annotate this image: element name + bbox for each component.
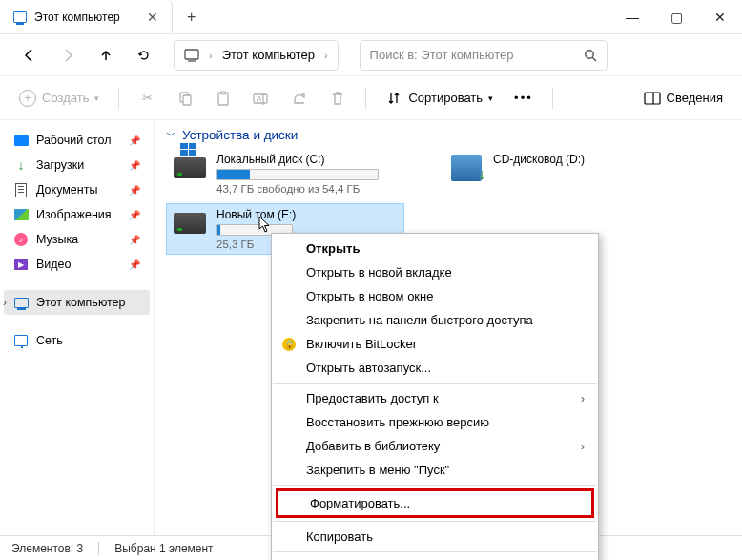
- delete-button[interactable]: [321, 84, 354, 113]
- clipboard-icon: [215, 90, 232, 107]
- svg-rect-11: [645, 93, 660, 104]
- svg-text:A: A: [257, 94, 262, 103]
- copy-button[interactable]: [169, 84, 201, 113]
- rename-button[interactable]: A: [245, 84, 278, 113]
- separator: [98, 542, 99, 555]
- document-icon: [15, 183, 27, 197]
- ctx-pin-start[interactable]: Закрепить в меню "Пуск": [272, 458, 598, 482]
- drive-local-c[interactable]: Локальный диск (C:) 43,7 ГБ свободно из …: [166, 148, 404, 199]
- scissors-icon: ✂: [138, 90, 155, 107]
- new-tab-button[interactable]: +: [173, 9, 211, 26]
- maximize-button[interactable]: ▢: [654, 0, 698, 34]
- trash-icon: [329, 90, 346, 107]
- video-icon: ▶: [14, 259, 28, 270]
- minimize-button[interactable]: —: [610, 0, 654, 34]
- forward-button[interactable]: [52, 40, 84, 71]
- sort-icon: [385, 90, 402, 107]
- separator: [365, 88, 366, 109]
- plus-circle-icon: +: [19, 90, 36, 107]
- details-button[interactable]: Сведения: [636, 84, 731, 113]
- sidebar-item-desktop[interactable]: Рабочий стол📌: [4, 128, 150, 153]
- up-button[interactable]: [90, 40, 122, 71]
- sidebar-item-documents[interactable]: Документы📌: [4, 177, 150, 202]
- group-header[interactable]: ﹀ Устройства и диски: [166, 128, 731, 142]
- pin-icon: 📌: [129, 259, 140, 270]
- tab-title: Этот компьютер: [34, 10, 120, 24]
- sidebar-item-downloads[interactable]: ↓Загрузки📌: [4, 153, 150, 177]
- sidebar-item-music[interactable]: ♪Музыка📌: [4, 227, 150, 252]
- monitor-icon: [184, 49, 199, 62]
- sidebar-item-pictures[interactable]: Изображения📌: [4, 202, 150, 227]
- ctx-autoplay[interactable]: Открыть автозапуск...: [272, 356, 598, 380]
- svg-point-2: [585, 50, 592, 57]
- music-icon: ♪: [14, 233, 28, 246]
- chevron-down-icon: ▾: [94, 93, 99, 103]
- separator: [118, 88, 119, 109]
- ctx-open-new-window[interactable]: Открыть в новом окне: [272, 284, 598, 308]
- paste-button[interactable]: [207, 84, 239, 113]
- cut-button[interactable]: ✂: [131, 84, 163, 113]
- ctx-copy[interactable]: Копировать: [272, 525, 598, 549]
- back-button[interactable]: [13, 40, 46, 71]
- separator: [552, 88, 553, 109]
- status-count: Элементов: 3: [11, 542, 83, 555]
- ctx-bitlocker[interactable]: 🔒Включить BitLocker: [272, 332, 598, 356]
- chevron-right-icon: ›: [581, 392, 585, 405]
- chevron-right-icon[interactable]: ›: [324, 50, 328, 61]
- ctx-share-access[interactable]: Предоставить доступ к›: [272, 386, 598, 410]
- separator: [273, 383, 597, 384]
- highlight-box: Форматировать...: [276, 488, 594, 518]
- separator: [273, 551, 597, 552]
- search-placeholder: Поиск в: Этот компьютер: [370, 48, 584, 62]
- ctx-restore-previous[interactable]: Восстановить прежнюю версию: [272, 410, 598, 434]
- pictures-icon: [14, 209, 29, 220]
- separator: [273, 485, 597, 486]
- ctx-create-shortcut[interactable]: Создать ярлык: [272, 555, 598, 560]
- path-segment[interactable]: Этот компьютер: [222, 48, 315, 62]
- chevron-down-icon: ▾: [488, 93, 493, 103]
- sidebar-item-network[interactable]: Сеть: [4, 328, 150, 353]
- svg-rect-5: [183, 95, 191, 105]
- drive-dvd-d[interactable]: CD-дисковод (D:): [443, 148, 633, 199]
- details-label: Сведения: [667, 91, 723, 105]
- create-label: Создать: [42, 91, 89, 105]
- drive-name: CD-дисковод (D:): [493, 153, 585, 166]
- ctx-add-library[interactable]: Добавить в библиотеку›: [272, 434, 598, 458]
- bitlocker-icon: 🔒: [282, 338, 296, 351]
- more-button[interactable]: •••: [506, 85, 541, 111]
- tab-this-pc[interactable]: Этот компьютер ✕: [0, 0, 173, 33]
- ctx-open[interactable]: Открыть: [272, 237, 598, 260]
- sidebar-item-this-pc[interactable]: Этот компьютер: [4, 290, 150, 315]
- download-icon: ↓: [13, 157, 29, 173]
- ctx-format[interactable]: Форматировать...: [278, 491, 591, 515]
- sidebar-item-videos[interactable]: ▶Видео📌: [4, 252, 150, 277]
- path-bar[interactable]: › Этот компьютер ›: [174, 40, 339, 71]
- search-input[interactable]: Поиск в: Этот компьютер: [360, 40, 608, 71]
- share-button[interactable]: [283, 84, 316, 113]
- copy-icon: [176, 90, 194, 107]
- sort-label: Сортировать: [408, 91, 483, 105]
- close-tab-icon[interactable]: ✕: [147, 10, 158, 25]
- hard-drive-icon: [173, 208, 207, 239]
- rename-icon: A: [253, 90, 270, 107]
- pin-icon: 📌: [129, 235, 140, 245]
- svg-rect-0: [185, 50, 198, 59]
- context-menu: Открыть Открыть в новой вкладке Открыть …: [271, 233, 599, 560]
- more-icon: •••: [514, 91, 533, 105]
- drive-stats: 43,7 ГБ свободно из 54,4 ГБ: [216, 183, 379, 195]
- share-icon: [291, 90, 308, 107]
- status-selection: Выбран 1 элемент: [114, 542, 213, 555]
- ctx-pin-quick-access[interactable]: Закрепить на панели быстрого доступа: [272, 308, 598, 332]
- navbar: › Этот компьютер › Поиск в: Этот компьют…: [0, 34, 742, 76]
- chevron-right-icon: ›: [581, 440, 585, 453]
- details-icon: [644, 90, 661, 107]
- create-button[interactable]: + Создать ▾: [11, 84, 107, 113]
- desktop-icon: [14, 135, 29, 146]
- titlebar: Этот компьютер ✕ + — ▢ ✕: [0, 0, 742, 34]
- refresh-button[interactable]: [128, 40, 160, 71]
- ctx-open-new-tab[interactable]: Открыть в новой вкладке: [272, 260, 598, 284]
- close-window-button[interactable]: ✕: [698, 0, 742, 34]
- sort-button[interactable]: Сортировать ▾: [378, 84, 501, 113]
- pin-icon: 📌: [129, 160, 140, 171]
- windows-logo-icon: [180, 143, 196, 156]
